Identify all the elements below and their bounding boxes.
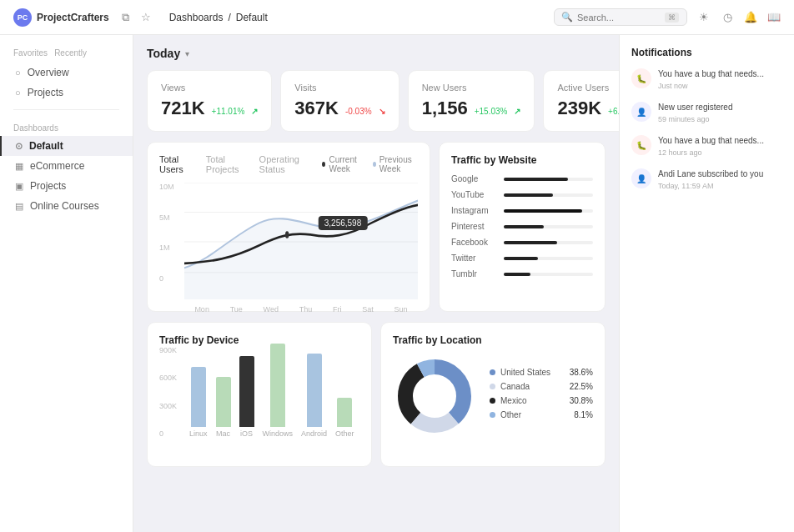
breadcrumb-parent[interactable]: Dashboards xyxy=(169,12,224,23)
donut-label-ca: Canada xyxy=(500,382,530,391)
traffic-row-facebook: Facebook xyxy=(451,238,593,247)
traffic-label-pinterest: Pinterest xyxy=(451,222,497,231)
stat-label-views: Views xyxy=(161,83,258,93)
sidebar-item-default[interactable]: ⊙ Default xyxy=(0,136,133,156)
book-icon[interactable]: 📖 xyxy=(767,11,781,24)
donut-legend-mx: Mexico 30.8% xyxy=(490,396,593,405)
sidebar-item-projects[interactable]: ▣ Projects xyxy=(0,176,133,196)
sidebar-item-projects-fav[interactable]: ○ Projects xyxy=(0,83,133,103)
x-axis-labels: Mon Tue Wed Thu Fri Sat Sun xyxy=(184,305,418,314)
bar-ios: iOS xyxy=(239,356,254,438)
bar-linux: Linux xyxy=(189,367,208,438)
search-icon: 🔍 xyxy=(561,12,573,23)
brand-avatar: PC xyxy=(13,8,32,27)
page-header: Today ▾ xyxy=(147,47,606,60)
notif-time-1: 59 minutes ago xyxy=(658,115,732,123)
traffic-bar-bg-tumblr xyxy=(504,273,593,276)
x-label-thu: Thu xyxy=(299,305,313,314)
stat-label-visits: Visits xyxy=(294,83,384,93)
donut-legend-other: Other 8.1% xyxy=(490,410,593,419)
bar-linux-fill xyxy=(191,367,206,427)
y-label-0k: 0 xyxy=(159,429,184,438)
legend-current: Current Week xyxy=(322,155,364,173)
chart-tab-total-projects[interactable]: Total Projects xyxy=(206,154,246,174)
bar-android: Android xyxy=(301,354,327,438)
stat-card-views: Views 721K +11.01% ↗ xyxy=(147,70,272,132)
stat-value-new-users: 1,156 +15.03% ↗ xyxy=(422,98,521,119)
traffic-bar-tumblr xyxy=(504,273,530,276)
stat-card-visits: Visits 367K -0.03% ↘ xyxy=(280,70,399,132)
donut-pct-other: 8.1% xyxy=(574,410,593,419)
notif-icon-bug-0: 🐛 xyxy=(631,68,651,88)
bar-label-ios: iOS xyxy=(240,429,253,438)
bar-other: Other xyxy=(335,398,354,438)
page-title: Today xyxy=(147,47,180,60)
brightness-icon[interactable]: ☀ xyxy=(697,11,711,24)
traffic-bar-bg-pinterest xyxy=(504,225,593,228)
sidebar-item-label: eCommerce xyxy=(30,160,84,172)
total-users-chart-card: Total Users Total Projects Operating Sta… xyxy=(147,142,430,312)
notif-time-3: Today, 11:59 AM xyxy=(658,182,763,190)
y-label-1m: 1M xyxy=(159,243,183,252)
traffic-row-google: Google xyxy=(451,174,593,183)
donut-dot-us xyxy=(490,369,495,375)
dashboards-group-label: Dashboards xyxy=(0,117,133,136)
online-courses-icon: ▤ xyxy=(15,201,23,212)
traffic-row-pinterest: Pinterest xyxy=(451,222,593,231)
page-title-caret: ▾ xyxy=(185,49,189,58)
star-icon[interactable]: ☆ xyxy=(139,11,153,24)
y-label-0: 0 xyxy=(159,274,183,283)
notif-icon-user-3: 👤 xyxy=(631,168,651,188)
stat-label-active-users: Active Users xyxy=(557,83,619,93)
traffic-label-instagram: Instagram xyxy=(451,206,497,215)
sidebar-section-favs: Favorites Recently xyxy=(0,45,133,63)
stat-value-active-users: 239K +6.08% ↗ xyxy=(557,98,619,119)
clock-icon[interactable]: ◷ xyxy=(721,11,734,24)
notif-item-1: 👤 New user registered 59 minutes ago xyxy=(631,102,782,123)
notif-icon-bug-2: 🐛 xyxy=(631,135,651,155)
bar-ios-fill xyxy=(239,356,254,427)
sidebar-item-label: Projects xyxy=(28,87,63,98)
copy-icon[interactable]: ⧉ xyxy=(119,11,133,24)
y-label-900k: 900K xyxy=(159,346,184,354)
chart-tab-total-users[interactable]: Total Users xyxy=(159,154,193,174)
sidebar-item-overview[interactable]: ○ Overview xyxy=(0,63,133,83)
donut-label-us: United States xyxy=(500,368,550,377)
notif-text-2: You have a bug that needs... xyxy=(658,135,764,147)
notif-time-0: Just now xyxy=(658,82,764,90)
traffic-bar-instagram xyxy=(504,209,582,213)
donut-pct-ca: 22.5% xyxy=(570,382,593,391)
traffic-bar-twitter xyxy=(504,257,538,260)
notifications-panel: Notifications 🐛 You have a bug that need… xyxy=(619,35,794,532)
stat-arrow-views: ↗ xyxy=(251,107,258,116)
traffic-bar-bg-youtube xyxy=(504,193,593,197)
stat-value-visits: 367K -0.03% ↘ xyxy=(294,98,384,119)
brand-name: ProjectCrafters xyxy=(37,12,109,23)
sidebar-item-ecommerce[interactable]: ▦ eCommerce xyxy=(0,156,133,176)
traffic-bar-bg-facebook xyxy=(504,241,593,244)
stat-cards: Views 721K +11.01% ↗ Visits 367K -0.03% … xyxy=(147,70,606,132)
bar-mac: Mac xyxy=(216,377,231,438)
traffic-label-youtube: YouTube xyxy=(451,190,497,199)
breadcrumb-current: Default xyxy=(236,12,268,23)
traffic-website-list: Google YouTube Instagram xyxy=(451,174,593,279)
search-input[interactable] xyxy=(577,13,661,23)
search-bar[interactable]: 🔍 ⌘ xyxy=(554,8,687,26)
notif-content-0: You have a bug that needs... Just now xyxy=(658,68,764,90)
chart-tab-operating-status[interactable]: Operating Status xyxy=(259,154,309,174)
notif-text-3: Andi Lane subscribed to you xyxy=(658,168,763,180)
chart-tooltip: 3,256,598 xyxy=(319,216,368,230)
stat-card-active-users: Active Users 239K +6.08% ↗ xyxy=(543,70,619,132)
bell-icon[interactable]: 🔔 xyxy=(744,11,757,24)
bar-label-mac: Mac xyxy=(216,429,230,438)
notif-item-2: 🐛 You have a bug that needs... 12 hours … xyxy=(631,135,782,157)
traffic-label-tumblr: Tumblr xyxy=(451,269,497,279)
nav-right: 🔍 ⌘ ☀ ◷ 🔔 📖 xyxy=(554,8,781,26)
stat-change-new-users: +15.03% xyxy=(475,107,508,116)
sidebar-item-label: Overview xyxy=(28,67,69,78)
main-content: Today ▾ Views 721K +11.01% ↗ Visits 367K xyxy=(133,35,619,532)
stat-label-new-users: New Users xyxy=(422,83,521,93)
donut-pct-us: 38.6% xyxy=(570,368,593,377)
sidebar-item-online-courses[interactable]: ▤ Online Courses xyxy=(0,196,133,216)
y-label-5m: 5M xyxy=(159,213,183,222)
